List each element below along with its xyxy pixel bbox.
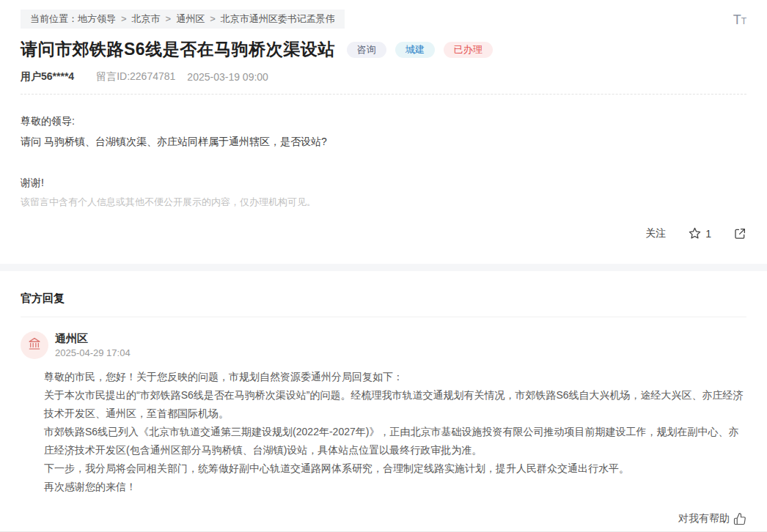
star-icon — [688, 226, 702, 240]
reply-body: 尊敬的市民，您好！关于您反映的问题，市规划自然资源委通州分局回复如下： 关于本次… — [44, 368, 746, 496]
breadcrumb: 当前位置： 地方领导 > 北京市 > 通州区 > 北京市通州区委书记孟景伟 — [21, 10, 345, 29]
follow-label: 关注 — [645, 227, 666, 240]
tag-list: 咨询 城建 已办理 — [347, 42, 493, 58]
breadcrumb-separator: > — [116, 13, 132, 25]
reply-author-row: 通州区 2025-04-29 17:04 — [21, 331, 746, 359]
reply-author-name: 通州区 — [55, 331, 131, 345]
message-detail-page: 当前位置： 地方领导 > 北京市 > 通州区 > 北京市通州区委书记孟景伟 TT… — [0, 0, 767, 532]
topbar: 当前位置： 地方领导 > 北京市 > 通州区 > 北京市通州区委书记孟景伟 TT — [21, 0, 746, 29]
star-button[interactable]: 1 — [688, 226, 711, 240]
reply-paragraph: 下一步，我分局将会同相关部门，统筹做好副中心轨道交通路网体系研究，合理制定线路实… — [44, 459, 746, 478]
reply-author-block: 通州区 2025-04-29 17:04 — [55, 331, 131, 359]
font-size-toggle-icon[interactable]: TT — [733, 13, 746, 26]
message-body-line: 请问 马驹桥镇、台湖镇次渠、亦庄站同样属于通州辖区，是否设站? — [21, 131, 746, 152]
official-reply-section: 官方回复 通州区 2025-04-29 17:04 尊敬的市民，您好！关于您反映… — [0, 292, 767, 532]
status-badge-handled: 已办理 — [444, 42, 493, 58]
message-section: 当前位置： 地方领导 > 北京市 > 通州区 > 北京市通州区委书记孟景伟 TT… — [0, 0, 767, 264]
star-count: 1 — [705, 228, 711, 240]
follow-button[interactable]: 关注 — [645, 227, 666, 240]
reply-paragraph: 市郊铁路S6线已列入《北京市轨道交通第三期建设规划(2022年-2027年)》，… — [44, 423, 746, 459]
message-actions: 关注 1 — [21, 226, 746, 264]
breadcrumb-separator: > — [205, 13, 221, 25]
breadcrumb-item-local-leaders[interactable]: 地方领导 — [78, 13, 116, 25]
reply-header-divider — [21, 317, 746, 317]
font-size-toggle-big-t: T — [733, 12, 741, 27]
breadcrumb-label: 当前位置： — [30, 13, 78, 25]
helpful-label: 对我有帮助 — [678, 512, 730, 525]
reply-paragraph: 尊敬的市民，您好！关于您反映的问题，市规划自然资源委通州分局回复如下： — [44, 368, 746, 386]
reply-paragraph: 再次感谢您的来信！ — [44, 478, 746, 496]
official-reply-header: 官方回复 — [21, 292, 746, 306]
helpful-button[interactable]: 对我有帮助 — [678, 512, 746, 525]
message-body-line: 尊敬的领导: — [21, 111, 746, 131]
reply-paragraph: 关于本次市民提出的“市郊铁路S6线是否在马驹桥次渠设站”的问题。经梳理我市轨道交… — [44, 386, 746, 423]
section-divider — [0, 264, 767, 271]
font-size-toggle-small-t: T — [741, 16, 746, 26]
avatar — [21, 331, 48, 359]
share-button[interactable] — [733, 227, 746, 240]
thumbs-up-icon — [733, 512, 746, 525]
tag-consultation: 咨询 — [347, 42, 386, 58]
username: 用户56****4 — [21, 70, 74, 84]
breadcrumb-separator: > — [161, 13, 177, 25]
helpful-row: 对我有帮助 — [21, 512, 746, 532]
message-body-line: 谢谢! — [21, 172, 746, 193]
privacy-note: 该留言中含有个人信息或其他不便公开展示的内容，仅办理机构可见。 — [21, 194, 746, 210]
breadcrumb-item-secretary[interactable]: 北京市通州区委书记孟景伟 — [221, 13, 335, 25]
page-title: 请问市郊铁路S6线是否在马驹桥次渠设站 — [21, 38, 335, 61]
share-icon — [733, 227, 746, 240]
message-body: 尊敬的领导: 请问 马驹桥镇、台湖镇次渠、亦庄站同样属于通州辖区，是否设站? 谢… — [21, 111, 746, 210]
government-building-icon — [27, 336, 42, 354]
message-meta: 用户56****4 留言ID:22674781 2025-03-19 09:00 — [21, 70, 746, 95]
tag-urban-construction: 城建 — [395, 42, 435, 58]
breadcrumb-item-beijing[interactable]: 北京市 — [132, 13, 161, 25]
message-id: 留言ID:22674781 — [96, 70, 175, 84]
breadcrumb-item-tongzhou[interactable]: 通州区 — [176, 13, 205, 25]
message-body-line — [21, 152, 746, 172]
title-row: 请问市郊铁路S6线是否在马驹桥次渠设站 咨询 城建 已办理 — [21, 38, 746, 61]
message-timestamp: 2025-03-19 09:00 — [187, 71, 268, 83]
reply-timestamp: 2025-04-29 17:04 — [55, 347, 131, 359]
